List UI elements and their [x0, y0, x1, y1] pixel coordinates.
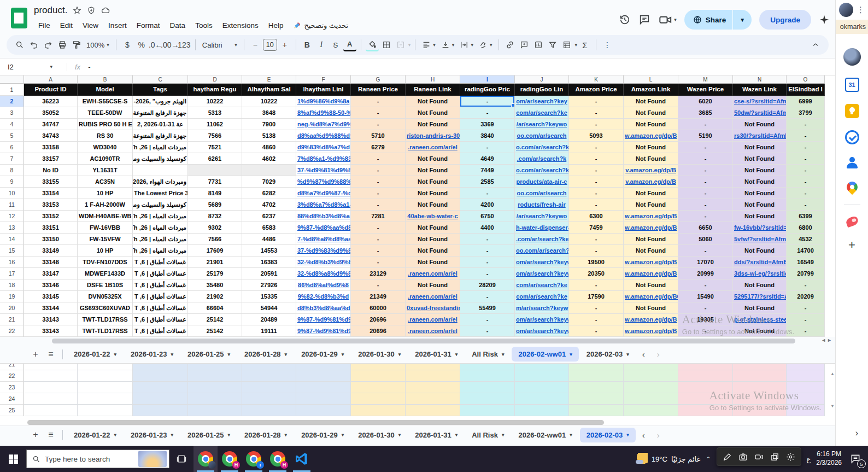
cell-O3[interactable]: 3799: [787, 107, 825, 119]
row-header-18[interactable]: 18: [0, 279, 24, 291]
empty-cell[interactable]: [678, 370, 733, 382]
version-history-icon[interactable]: [619, 14, 631, 26]
cell-B7[interactable]: AC1090TR: [78, 153, 133, 165]
contacts-icon[interactable]: [846, 156, 859, 170]
cell-name-box[interactable]: I2 ▾: [8, 63, 57, 71]
cell-D10[interactable]: 8149: [188, 188, 242, 199]
cell-N12[interactable]: Not Found: [733, 211, 787, 222]
paint-format-icon[interactable]: [70, 38, 83, 51]
cell-B8[interactable]: YL1631T: [78, 165, 133, 176]
cell-H15[interactable]: Not Found: [406, 245, 460, 257]
empty-cell[interactable]: [787, 393, 825, 405]
cell-L12[interactable]: w.amazon.eg/dp/B: [624, 211, 678, 222]
cell-D5[interactable]: 7566: [188, 130, 242, 142]
text-color-icon[interactable]: A: [343, 38, 356, 51]
cell-J20[interactable]: m/ar/search?keyw: [515, 302, 569, 314]
empty-cell[interactable]: [78, 370, 133, 382]
cell-M15[interactable]: -: [678, 245, 733, 257]
empty-cell[interactable]: [569, 405, 624, 416]
cell-A15[interactable]: 33149: [24, 245, 78, 257]
borders-icon[interactable]: [380, 38, 393, 51]
collapse-toolbar-icon[interactable]: [809, 38, 822, 51]
row-header-1[interactable]: 1: [0, 84, 24, 96]
cell-K5[interactable]: 5093: [569, 130, 624, 142]
weather-widget[interactable]: 19°C غائم جزئيًا: [636, 453, 700, 465]
camera-icon[interactable]: [738, 452, 748, 462]
cell-N3[interactable]: 50dw/?srsltid=Afm: [733, 107, 787, 119]
undo-icon[interactable]: [27, 38, 40, 51]
empty-cell[interactable]: [133, 393, 188, 405]
increase-font-icon[interactable]: +: [278, 38, 291, 51]
cell-F5[interactable]: d8%aa%d9%88%d9: [296, 130, 351, 142]
cell-F8[interactable]: 37-%d9%81%d9%8: [296, 165, 351, 176]
cell-M8[interactable]: -: [678, 165, 733, 176]
row-header2-25[interactable]: 25: [0, 405, 24, 416]
cell-O13[interactable]: 6800: [787, 222, 825, 234]
cell-J15[interactable]: oo.com/ar/search?: [515, 245, 569, 257]
cell-M19[interactable]: 15490: [678, 291, 733, 302]
cell-C6[interactable]: مبردات المياه | 26, Th: [133, 142, 188, 153]
formula-input[interactable]: -: [88, 63, 90, 71]
chrome-profile-4[interactable]: H: [266, 446, 290, 472]
cell-D16[interactable]: 21901: [188, 257, 242, 268]
cell-G19[interactable]: 21349: [351, 291, 406, 302]
cell-G21[interactable]: 20696: [351, 314, 406, 325]
cell-L18[interactable]: Not Found: [624, 279, 678, 291]
cell-G11[interactable]: -: [351, 199, 406, 211]
cell-G15[interactable]: -: [351, 245, 406, 257]
sheet-tab-All Risk[interactable]: All Risk▾: [465, 347, 511, 362]
row-header-10[interactable]: 10: [0, 188, 24, 199]
cell-B3[interactable]: TEEE-50DW: [78, 107, 133, 119]
cell-E6[interactable]: 4860: [242, 142, 296, 153]
cell-A10[interactable]: 33154: [24, 188, 78, 199]
cell-I9[interactable]: 2585: [460, 176, 515, 188]
row-header-19[interactable]: 19: [0, 291, 24, 302]
empty-cell[interactable]: [188, 363, 242, 370]
cell-L14[interactable]: Not Found: [624, 234, 678, 245]
menu-file[interactable]: File: [34, 20, 55, 31]
cell-D17[interactable]: 25179: [188, 268, 242, 279]
cell-E13[interactable]: 6583: [242, 222, 296, 234]
sheet-tab-2026-01-31[interactable]: 2026-01-31▾: [408, 347, 464, 362]
menu-help[interactable]: Help: [264, 20, 288, 31]
cell-I12[interactable]: 6750: [460, 211, 515, 222]
cell-F9[interactable]: %d9%87%d9%88%: [296, 176, 351, 188]
row-header2-23[interactable]: 23: [0, 382, 24, 393]
cell-I22[interactable]: -: [460, 325, 515, 337]
cell-I4[interactable]: 3369: [460, 119, 515, 130]
cell-M4[interactable]: -: [678, 119, 733, 130]
sheet-tab-2026-02-ww01[interactable]: 2026-02-ww01▾: [512, 428, 578, 442]
empty-cell[interactable]: [351, 393, 406, 405]
cell-M18[interactable]: -: [678, 279, 733, 291]
cell-G14[interactable]: -: [351, 234, 406, 245]
cell-E20[interactable]: 54944: [242, 302, 296, 314]
column-header-G[interactable]: G: [351, 75, 406, 84]
cell-J4[interactable]: /ar/search?keywo: [515, 119, 569, 130]
cell-C12[interactable]: مبردات المياه | 26, Th: [133, 211, 188, 222]
cell-B20[interactable]: GS693C60XUVAD: [78, 302, 133, 314]
cell-I7[interactable]: 4649: [460, 153, 515, 165]
chrome-profile-1[interactable]: [193, 446, 218, 472]
notification-center-icon[interactable]: 5: [847, 451, 864, 467]
calendar-icon[interactable]: 31: [845, 78, 859, 92]
keep-icon[interactable]: [845, 104, 859, 118]
empty-cell[interactable]: [569, 370, 624, 382]
cell-A22[interactable]: 33143: [24, 325, 78, 337]
cell-L5[interactable]: w.amazon.eg/dp/B: [624, 130, 678, 142]
cell-J16[interactable]: om/ar/search?keyw: [515, 257, 569, 268]
star-icon[interactable]: [73, 6, 81, 15]
cell-C11[interactable]: كونسيلد والسبيلت ومب: [133, 199, 188, 211]
cell-H5[interactable]: riston-andris-rs-30: [406, 130, 460, 142]
cell-D2[interactable]: 10222: [188, 96, 242, 107]
cell-H22[interactable]: .raneen.com/ar/el: [406, 325, 460, 337]
cell-C15[interactable]: مبردات المياه | 26, Th: [133, 245, 188, 257]
cell-H4[interactable]: Not Found: [406, 119, 460, 130]
cell-A20[interactable]: 33144: [24, 302, 78, 314]
cell-C4[interactable]: عة 31-01-2026 ,2: [133, 119, 188, 130]
cell-G13[interactable]: -: [351, 222, 406, 234]
empty-cell[interactable]: [188, 370, 242, 382]
cell-L16[interactable]: w.amazon.eg/dp/B: [624, 257, 678, 268]
cell-K18[interactable]: -: [569, 279, 624, 291]
cell-C21[interactable]: غسالات أطباق | 6, T: [133, 314, 188, 325]
cell-E17[interactable]: 20591: [242, 268, 296, 279]
